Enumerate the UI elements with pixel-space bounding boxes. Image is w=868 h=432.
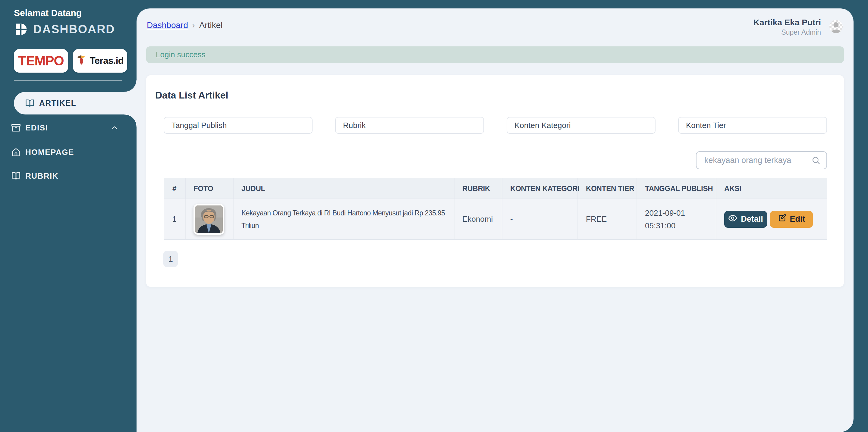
user-role: Super Admin xyxy=(753,28,821,37)
cell-foto xyxy=(185,199,233,239)
cell-tanggal-publish: 2021-09-01 05:31:00 xyxy=(637,199,716,239)
cell-konten-tier: FREE xyxy=(578,199,637,239)
col-header-no: # xyxy=(164,178,185,199)
detail-button-label: Detail xyxy=(741,214,763,224)
book-open-icon xyxy=(11,171,21,180)
sidebar-item-homepage[interactable]: HOMEPAGE xyxy=(0,140,136,164)
dashboard-logo-icon xyxy=(14,22,28,36)
edit-button-label: Edit xyxy=(790,214,805,224)
col-header-rubrik: RUBRIK xyxy=(454,178,502,199)
user-info: Kartika Eka Putri Super Admin xyxy=(753,17,843,37)
alert-message: Login success xyxy=(156,50,206,59)
breadcrumb-dashboard-link[interactable]: Dashboard xyxy=(147,21,188,30)
breadcrumb: Dashboard › Artikel xyxy=(147,21,222,30)
archive-icon xyxy=(11,123,21,132)
cell-konten-kategori: - xyxy=(502,199,578,239)
avatar[interactable] xyxy=(830,20,843,33)
search-input[interactable] xyxy=(696,151,827,169)
cell-rubrik: Ekonomi xyxy=(454,199,502,239)
breadcrumb-separator-icon: › xyxy=(192,21,195,30)
user-name: Kartika Eka Putri xyxy=(753,18,821,28)
col-header-konten-kategori: KONTEN KATEGORI xyxy=(502,178,578,199)
col-header-konten-tier: KONTEN TIER xyxy=(578,178,637,199)
detail-button[interactable]: Detail xyxy=(724,211,767,228)
main-panel: Dashboard › Artikel Kartika Eka Putri Su… xyxy=(136,8,854,432)
sidebar-item-label: ARTIKEL xyxy=(39,99,76,108)
search-box xyxy=(696,151,827,169)
article-table: # FOTO JUDUL RUBRIK KONTEN KATEGORI KONT… xyxy=(164,178,827,240)
edit-icon xyxy=(778,214,786,225)
book-open-icon xyxy=(25,99,34,108)
table-header-row: # FOTO JUDUL RUBRIK KONTEN KATEGORI KONT… xyxy=(164,178,827,199)
table-row: 1 xyxy=(164,199,827,239)
teras-logo-text: Teras.id xyxy=(90,56,124,66)
cell-aksi: Detail Edit xyxy=(716,199,827,239)
login-alert: Login success xyxy=(146,46,844,63)
article-list-card: Data List Artikel xyxy=(146,75,844,287)
filter-konten-tier[interactable] xyxy=(678,117,827,134)
sidebar-item-label: RUBRIK xyxy=(25,171,59,181)
sidebar-item-label: EDISI xyxy=(25,123,48,133)
cell-no: 1 xyxy=(164,199,185,239)
col-header-judul: JUDUL xyxy=(233,178,454,199)
home-icon xyxy=(11,147,21,157)
filter-rubrik[interactable] xyxy=(335,117,484,134)
edit-button[interactable]: Edit xyxy=(770,211,813,228)
page-title: Data List Artikel xyxy=(155,90,228,101)
brand: DASHBOARD xyxy=(14,22,115,36)
pagination: 1 xyxy=(163,251,178,267)
breadcrumb-current: Artikel xyxy=(199,21,223,30)
filters-row xyxy=(164,117,827,134)
user-texts: Kartika Eka Putri Super Admin xyxy=(753,17,821,37)
sidebar-divider xyxy=(14,80,122,81)
teras-logo-icon xyxy=(76,55,87,67)
sidebar: Selamat Datang DASHBOARD TEMPO xyxy=(0,0,136,432)
eye-icon xyxy=(728,213,737,225)
col-header-aksi: AKSI xyxy=(716,178,827,199)
site-buttons: TEMPO Teras.id xyxy=(14,49,127,73)
teras-logo-button[interactable]: Teras.id xyxy=(73,49,127,73)
brand-text: DASHBOARD xyxy=(33,23,115,36)
topbar: Dashboard › Artikel Kartika Eka Putri Su… xyxy=(136,8,854,46)
filter-konten-kategori[interactable] xyxy=(507,117,655,134)
tempo-logo-text: TEMPO xyxy=(18,53,64,68)
welcome-text: Selamat Datang xyxy=(14,8,82,18)
active-item-corner-top xyxy=(124,80,136,92)
chevron-up-icon xyxy=(111,124,119,132)
tempo-logo-button[interactable]: TEMPO xyxy=(14,49,68,73)
pagination-page-1[interactable]: 1 xyxy=(163,251,178,267)
filter-tanggal-publish[interactable] xyxy=(164,117,313,134)
article-photo xyxy=(193,204,224,235)
sidebar-item-rubrik[interactable]: RUBRIK xyxy=(0,164,136,188)
col-header-tanggal-publish: TANGGAL PUBLISH xyxy=(637,178,716,199)
sidebar-item-edisi[interactable]: EDISI xyxy=(0,116,136,140)
col-header-foto: FOTO xyxy=(185,178,233,199)
sidebar-item-artikel[interactable]: ARTIKEL xyxy=(14,92,138,114)
sidebar-item-label: HOMEPAGE xyxy=(25,147,74,157)
cell-judul: Kekayaan Orang Terkaya di RI Budi Harton… xyxy=(233,199,454,239)
